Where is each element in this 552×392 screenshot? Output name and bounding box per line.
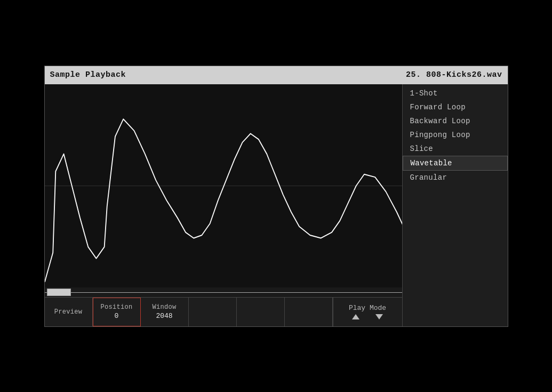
waveform-svg [45,84,402,287]
dropdown-item[interactable]: Granular [403,171,508,185]
arrow-down-icon [375,314,383,319]
extra-btn-3[interactable] [285,298,333,326]
scrollbar-thumb[interactable] [47,289,71,296]
dropdown-item[interactable]: 1-Shot [403,86,508,100]
window-button[interactable]: Window 2048 [141,298,189,326]
file-name: 25. 808-Kicks26.wav [406,70,502,79]
extra-btn-2[interactable] [237,298,285,326]
main-panel: Sample Playback 25. 808-Kicks26.wav [44,66,508,327]
scrollbar-line [45,292,402,293]
panel-title: Sample Playback [50,70,126,79]
preview-button[interactable]: Preview [45,298,93,326]
title-bar: Sample Playback 25. 808-Kicks26.wav [45,66,508,84]
play-mode-dropdown: 1-ShotForward LoopBackward LoopPingpong … [402,84,508,326]
position-button[interactable]: Position 0 [93,298,141,326]
bottom-bar: Preview Position 0 Window 2048 Play Mode [45,297,402,326]
play-mode-button[interactable]: Play Mode [333,298,402,326]
play-mode-arrows [352,314,383,319]
dropdown-item[interactable]: Slice [403,142,508,156]
dropdown-item[interactable]: Backward Loop [403,114,508,128]
waveform-section: Preview Position 0 Window 2048 Play Mode [45,84,402,326]
content-area: Preview Position 0 Window 2048 Play Mode [45,84,508,326]
waveform-canvas [45,84,402,287]
dropdown-item[interactable]: Pingpong Loop [403,128,508,142]
arrow-up-icon [352,314,359,319]
extra-btn-1[interactable] [189,298,237,326]
scrollbar-track[interactable] [45,287,402,297]
dropdown-item[interactable]: Wavetable [403,156,508,171]
dropdown-item[interactable]: Forward Loop [403,100,508,114]
